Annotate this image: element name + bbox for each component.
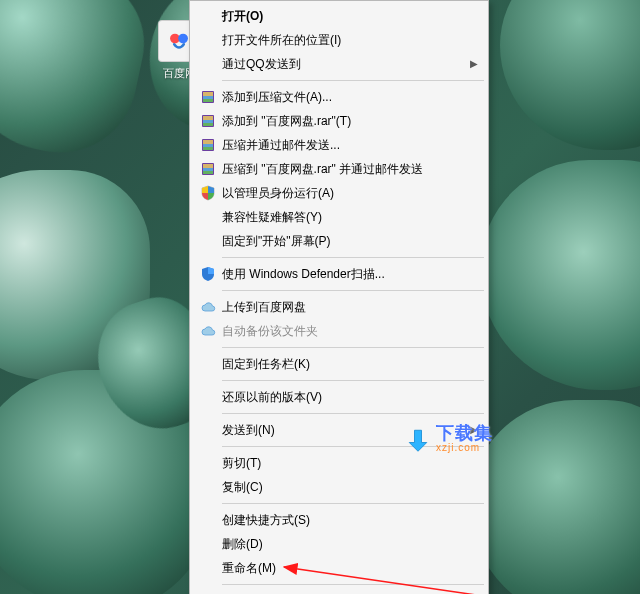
menu-item-rar-mail[interactable]: 压缩并通过邮件发送...	[192, 133, 486, 157]
menu-separator	[222, 80, 484, 81]
rar-icon	[196, 113, 220, 129]
rar-icon	[196, 89, 220, 105]
menu-item-label: 删除(D)	[220, 536, 464, 552]
menu-item-open-location[interactable]: 打开文件所在的位置(I)	[192, 28, 486, 52]
menu-item-label: 添加到 "百度网盘.rar"(T)	[220, 113, 464, 129]
rar-icon	[196, 161, 220, 177]
menu-item-label: 自动备份该文件夹	[220, 323, 464, 339]
cloud-icon	[196, 323, 220, 339]
menu-separator	[222, 257, 484, 258]
menu-separator	[222, 446, 484, 447]
menu-item-send-qq[interactable]: 通过QQ发送到▶	[192, 52, 486, 76]
menu-item-label: 复制(C)	[220, 479, 464, 495]
menu-item-label: 压缩到 "百度网盘.rar" 并通过邮件发送	[220, 161, 464, 177]
menu-item-label: 通过QQ发送到	[220, 56, 464, 72]
wallpaper-leaf	[480, 160, 640, 390]
shield-icon	[196, 185, 220, 201]
submenu-arrow-icon: ▶	[464, 56, 478, 72]
menu-item-label: 剪切(T)	[220, 455, 464, 471]
context-menu: 打开(O)打开文件所在的位置(I)通过QQ发送到▶添加到压缩文件(A)...添加…	[189, 0, 489, 594]
menu-item-defender[interactable]: 使用 Windows Defender扫描...	[192, 262, 486, 286]
menu-item-open[interactable]: 打开(O)	[192, 4, 486, 28]
menu-separator	[222, 413, 484, 414]
rar-icon	[196, 137, 220, 153]
menu-item-label: 兼容性疑难解答(Y)	[220, 209, 464, 225]
menu-item-label: 以管理员身份运行(A)	[220, 185, 464, 201]
menu-item-label: 固定到任务栏(K)	[220, 356, 464, 372]
defender-icon	[196, 266, 220, 282]
menu-separator	[222, 503, 484, 504]
menu-item-label: 重命名(M)	[220, 560, 464, 576]
menu-item-properties[interactable]: 属性(R)	[192, 589, 486, 594]
menu-item-pin-start[interactable]: 固定到"开始"屏幕(P)	[192, 229, 486, 253]
menu-item-label: 打开(O)	[220, 8, 464, 24]
menu-item-label: 还原以前的版本(V)	[220, 389, 464, 405]
menu-item-label: 添加到压缩文件(A)...	[220, 89, 464, 105]
menu-item-rename[interactable]: 重命名(M)	[192, 556, 486, 580]
wallpaper-leaf	[0, 0, 157, 167]
wallpaper-leaf	[500, 0, 640, 150]
menu-item-send-to[interactable]: 发送到(N)▶	[192, 418, 486, 442]
cloud-icon	[196, 299, 220, 315]
menu-item-label: 发送到(N)	[220, 422, 464, 438]
menu-item-label: 打开文件所在的位置(I)	[220, 32, 464, 48]
menu-item-copy[interactable]: 复制(C)	[192, 475, 486, 499]
menu-item-cut[interactable]: 剪切(T)	[192, 451, 486, 475]
menu-item-label: 使用 Windows Defender扫描...	[220, 266, 464, 282]
menu-item-rar-mail-named[interactable]: 压缩到 "百度网盘.rar" 并通过邮件发送	[192, 157, 486, 181]
menu-item-pin-taskbar[interactable]: 固定到任务栏(K)	[192, 352, 486, 376]
menu-item-restore[interactable]: 还原以前的版本(V)	[192, 385, 486, 409]
menu-separator	[222, 380, 484, 381]
menu-separator	[222, 584, 484, 585]
menu-item-compat[interactable]: 兼容性疑难解答(Y)	[192, 205, 486, 229]
wallpaper-leaf	[470, 400, 640, 594]
menu-item-auto-backup: 自动备份该文件夹	[192, 319, 486, 343]
menu-item-delete[interactable]: 删除(D)	[192, 532, 486, 556]
menu-item-rar-add[interactable]: 添加到压缩文件(A)...	[192, 85, 486, 109]
menu-item-shortcut[interactable]: 创建快捷方式(S)	[192, 508, 486, 532]
menu-item-rar-add-named[interactable]: 添加到 "百度网盘.rar"(T)	[192, 109, 486, 133]
menu-item-label: 固定到"开始"屏幕(P)	[220, 233, 464, 249]
menu-item-upload-baidu[interactable]: 上传到百度网盘	[192, 295, 486, 319]
submenu-arrow-icon: ▶	[464, 422, 478, 438]
menu-separator	[222, 290, 484, 291]
menu-item-label: 创建快捷方式(S)	[220, 512, 464, 528]
menu-item-run-admin[interactable]: 以管理员身份运行(A)	[192, 181, 486, 205]
menu-item-label: 压缩并通过邮件发送...	[220, 137, 464, 153]
svg-point-1	[178, 34, 188, 44]
menu-separator	[222, 347, 484, 348]
menu-item-label: 上传到百度网盘	[220, 299, 464, 315]
